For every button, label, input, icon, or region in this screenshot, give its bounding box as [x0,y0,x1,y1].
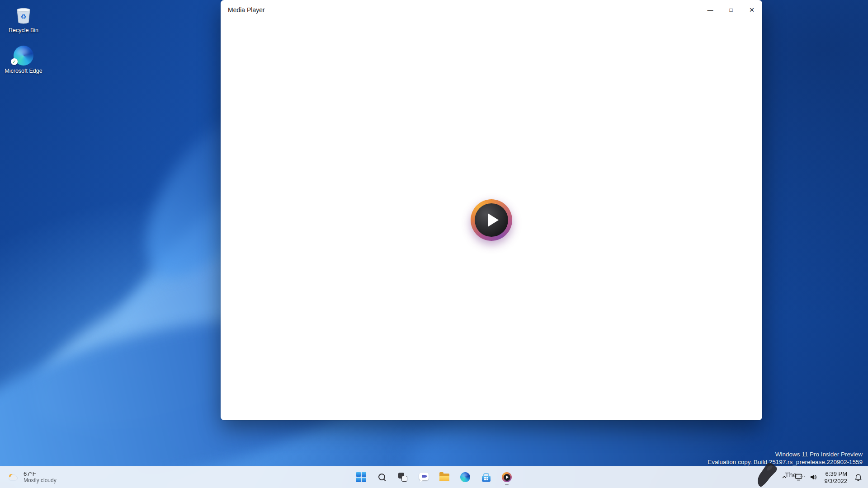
edge-icon: ✓ [13,45,34,66]
edge-icon [460,472,470,482]
running-indicator [505,484,509,485]
network-button[interactable] [792,468,806,486]
windows-logo-icon [356,472,366,482]
search-button[interactable] [373,468,391,486]
watermark-line1: Windows 11 Pro Insider Preview [708,450,863,458]
media-player-window: Media Player — □ × [221,0,762,420]
desktop-icon-recycle-bin[interactable]: ♻ Recycle Bin [3,5,44,33]
network-icon [795,474,802,481]
chat-icon [419,473,429,482]
insider-watermark: Windows 11 Pro Insider Preview Evaluatio… [708,450,863,466]
check-badge-icon: ✓ [11,58,18,65]
play-button[interactable] [471,199,512,241]
tray-time: 6:39 PM [826,470,847,477]
desktop: ♻ Recycle Bin ✓ Microsoft Edge Media Pla… [0,0,868,488]
desktop-icon-list: ♻ Recycle Bin ✓ Microsoft Edge [3,5,44,74]
titlebar[interactable]: Media Player — □ × [221,0,762,20]
task-view-icon [398,473,407,482]
file-explorer-button[interactable] [435,468,453,486]
play-ring [471,199,512,241]
volume-button[interactable] [807,468,820,486]
widgets-weather-button[interactable]: 67°F Mostly cloudy [2,468,62,487]
desktop-icon-microsoft-edge[interactable]: ✓ Microsoft Edge [3,45,44,74]
desktop-icon-label: Microsoft Edge [5,68,42,74]
microsoft-store-button[interactable] [477,468,495,486]
task-view-button[interactable] [394,468,412,486]
window-title: Media Player [221,0,700,20]
volume-icon [810,474,817,481]
media-player-taskbar-button[interactable] [498,468,516,486]
search-icon [378,473,386,481]
tray-date: 9/3/2022 [824,478,847,484]
edge-button[interactable] [456,468,474,486]
play-icon [488,213,499,227]
maximize-button[interactable]: □ [721,0,741,20]
recycle-symbol: ♻ [20,13,26,20]
watermark-line2: Evaluation copy. Build 25197.rs_prerelea… [708,458,863,466]
show-hidden-icons-button[interactable] [778,468,791,486]
caption-buttons: — □ × [700,0,762,20]
desktop-icon-label: Recycle Bin [9,27,38,33]
system-tray: 6:39 PM 9/3/2022 [778,466,865,488]
taskbar: 67°F Mostly cloudy [0,466,868,488]
bell-icon [854,474,862,481]
taskbar-app-icons [352,466,516,488]
chevron-up-icon [781,474,788,480]
weather-cloud-icon [7,473,20,482]
weather-temperature: 67°F [24,471,36,477]
start-button[interactable] [352,468,370,486]
clock[interactable]: 6:39 PM 9/3/2022 [821,468,850,486]
minimize-button[interactable]: — [700,0,721,20]
notifications-button[interactable] [851,468,865,486]
folder-icon [439,474,449,481]
store-icon [481,473,491,482]
chat-button[interactable] [415,468,433,486]
weather-condition: Mostly cloudy [24,478,57,483]
media-player-icon [502,472,512,482]
media-player-content [221,20,762,420]
close-button[interactable]: × [741,0,762,20]
recycle-bin-icon: ♻ [13,5,34,25]
